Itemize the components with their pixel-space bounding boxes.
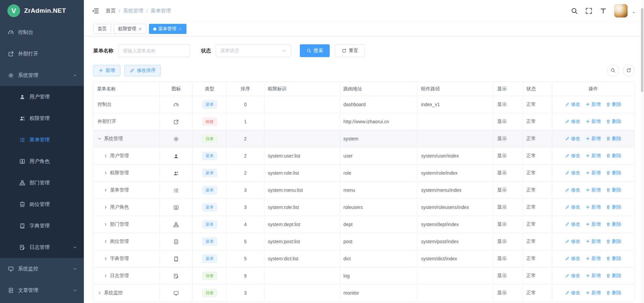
cell-icon [160, 130, 193, 147]
delete-link[interactable]: 删除 [606, 101, 621, 107]
user-menu-caret-icon[interactable] [632, 10, 636, 15]
edit-link[interactable]: 修改 [565, 101, 580, 107]
edit-link[interactable]: 修改 [565, 204, 580, 210]
app-layout: V ZrAdmin.NET 控制台外部打开系统管理用户管理权限管理菜单管理用户角… [0, 0, 644, 303]
sidebar-item-dept[interactable]: 部门管理 [0, 172, 84, 193]
table-refresh-button[interactable] [623, 64, 635, 76]
add-link[interactable]: 新增 [586, 136, 601, 142]
add-link[interactable]: 新增 [586, 119, 601, 125]
cell-sort: 3 [226, 199, 264, 216]
cell-visible: 显示 [494, 233, 523, 250]
sidebar-item-roleusers[interactable]: 用户角色 [0, 150, 84, 172]
edit-link[interactable]: 修改 [565, 273, 580, 279]
edit-link[interactable]: 修改 [565, 221, 580, 227]
delete-link[interactable]: 删除 [606, 119, 621, 125]
modify-sort-button[interactable]: 修改排序 [124, 65, 161, 76]
delete-link[interactable]: 删除 [606, 290, 621, 296]
search-button-icon [307, 48, 311, 53]
tab-close-icon[interactable] [138, 27, 142, 31]
cell-perms [264, 96, 340, 113]
row-expand-icon[interactable] [104, 188, 108, 192]
sidebar-item-console[interactable]: 控制台 [0, 21, 84, 43]
edit-link[interactable]: 修改 [565, 187, 580, 193]
breadcrumb-home[interactable]: 首页 [106, 8, 116, 14]
fullscreen-icon[interactable] [585, 7, 592, 14]
delete-link[interactable]: 删除 [606, 204, 621, 210]
sidebar-item-external[interactable]: 外部打开 [0, 43, 84, 64]
table-row-role: 权限管理菜单2system:role:listrolesystem/role/i… [94, 165, 635, 182]
scrollbar-thumb[interactable] [641, 8, 643, 92]
add-link[interactable]: 新增 [586, 101, 601, 107]
row-expand-icon[interactable] [98, 291, 102, 295]
edit-link[interactable]: 修改 [565, 170, 580, 176]
delete-link[interactable]: 删除 [606, 187, 621, 193]
add-link[interactable]: 新增 [586, 170, 601, 176]
sidebar-item-dict[interactable]: 字典管理 [0, 215, 84, 236]
sidebar-item-log[interactable]: 日志管理 [0, 236, 84, 258]
row-expand-icon[interactable] [104, 240, 108, 244]
search-button[interactable]: 搜索 [300, 44, 330, 57]
avatar[interactable] [614, 4, 628, 17]
edit-link[interactable]: 修改 [565, 153, 580, 159]
sidebar-item-menu[interactable]: 菜单管理 [0, 129, 84, 150]
cell-component [418, 285, 494, 302]
status-select[interactable]: 菜单状态 [216, 44, 291, 57]
delete-link[interactable]: 删除 [606, 153, 621, 159]
sidebar-item-article[interactable]: 文章管理 [0, 279, 84, 301]
add-link[interactable]: 新增 [586, 187, 601, 193]
edit-link[interactable]: 修改 [565, 119, 580, 125]
edit-link[interactable]: 修改 [565, 136, 580, 142]
edit-label: 修改 [571, 273, 580, 279]
modify-sort-label: 修改排序 [137, 68, 156, 74]
logo[interactable]: V ZrAdmin.NET [0, 0, 84, 21]
add-link[interactable]: 新增 [586, 221, 601, 227]
add-link[interactable]: 新增 [586, 153, 601, 159]
sidebar-item-label: 系统监控 [18, 266, 38, 272]
sidebar-item-system[interactable]: 系统管理 [0, 64, 84, 86]
delete-link[interactable]: 删除 [606, 170, 621, 176]
edit-link[interactable]: 修改 [565, 256, 580, 262]
header-search-icon[interactable] [571, 7, 578, 14]
menu-name-text: 控制台 [98, 101, 112, 107]
tab-home[interactable]: 首页 [93, 24, 111, 34]
tab-menu[interactable]: 菜单管理 [149, 24, 186, 34]
delete-label: 删除 [612, 187, 621, 193]
row-expand-icon[interactable] [104, 257, 108, 261]
table-search-button[interactable] [607, 64, 619, 76]
delete-link[interactable]: 删除 [606, 221, 621, 227]
row-expand-icon[interactable] [104, 274, 108, 278]
row-expand-icon[interactable] [104, 154, 108, 158]
delete-link[interactable]: 删除 [606, 273, 621, 279]
type-tag: 菜单 [202, 169, 217, 177]
row-expand-icon[interactable] [104, 222, 108, 226]
sidebar-item-post[interactable]: 岗位管理 [0, 193, 84, 215]
edit-link[interactable]: 修改 [565, 239, 580, 245]
delete-link[interactable]: 删除 [606, 239, 621, 245]
menu-name-input[interactable] [118, 44, 190, 57]
tab-role[interactable]: 权限管理 [114, 24, 146, 34]
edit-icon [565, 239, 570, 244]
reset-button[interactable]: 重置 [335, 44, 365, 57]
font-size-icon[interactable] [600, 7, 607, 14]
row-expand-icon[interactable] [104, 205, 108, 209]
type-tag: 菜单 [202, 220, 217, 228]
sidebar-item-user[interactable]: 用户管理 [0, 86, 84, 107]
tab-close-icon[interactable] [178, 27, 182, 31]
add-link[interactable]: 新增 [586, 290, 601, 296]
add-button[interactable]: 新增 [93, 65, 120, 76]
row-expand-icon[interactable] [98, 137, 102, 141]
delete-link[interactable]: 删除 [606, 136, 621, 142]
add-link[interactable]: 新增 [586, 256, 601, 262]
add-link[interactable]: 新增 [586, 239, 601, 245]
cell-path: system [340, 130, 417, 147]
scrollbar[interactable] [641, 0, 644, 303]
sidebar-item-monitor[interactable]: 系统监控 [0, 258, 84, 279]
cell-perms: system:user:list [264, 147, 340, 165]
add-link[interactable]: 新增 [586, 273, 601, 279]
sidebar-item-role[interactable]: 权限管理 [0, 107, 84, 129]
sidebar-toggle-icon[interactable] [92, 7, 99, 14]
add-link[interactable]: 新增 [586, 204, 601, 210]
delete-link[interactable]: 删除 [606, 256, 621, 262]
row-expand-icon[interactable] [104, 171, 108, 175]
edit-link[interactable]: 修改 [565, 290, 580, 296]
